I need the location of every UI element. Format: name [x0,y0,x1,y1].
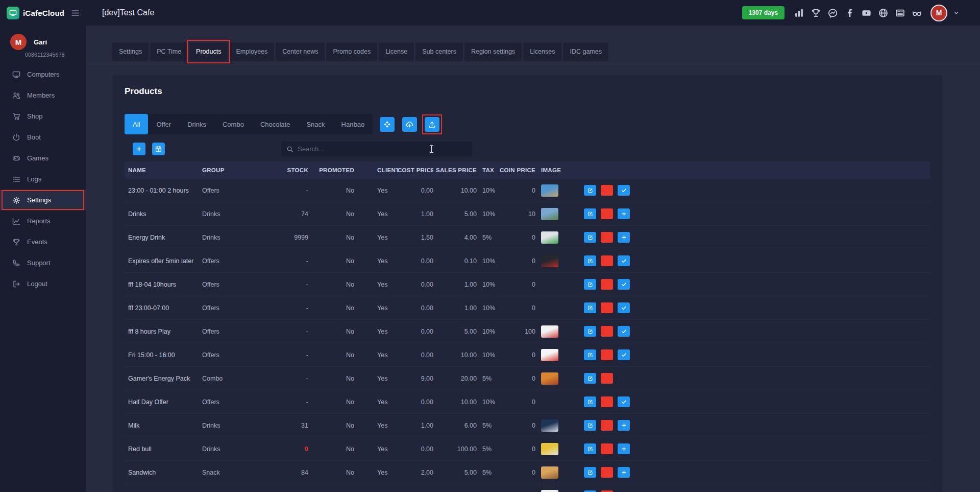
delete-button[interactable] [601,373,613,384]
menu-toggle-icon[interactable] [71,9,80,17]
tab-licenses[interactable]: Licenses [523,42,561,61]
column-header-image: IMAGE [535,167,584,173]
tab-pc-time[interactable]: PC Time [150,42,188,61]
news-icon[interactable] [894,7,905,18]
filter-tab-drinks[interactable]: Drinks [179,114,214,134]
tab-sub-centers[interactable]: Sub centers [415,42,463,61]
cell-sales-price: 5.00 [433,469,477,476]
filter-tab-chocolate[interactable]: Chocolate [252,114,299,134]
tab-settings[interactable]: Settings [112,42,149,61]
globe-icon[interactable] [877,7,889,18]
approve-button[interactable] [618,302,630,313]
edit-button[interactable] [584,208,596,219]
cell-promoted: No [308,352,354,359]
sidebar-item-logs[interactable]: Logs [0,169,86,190]
sidebar-item-logout[interactable]: Logout [0,273,86,294]
sidebar-item-events[interactable]: Events [0,231,86,252]
youtube-icon[interactable] [861,7,872,18]
search-icon [286,146,293,153]
upload-button[interactable] [425,117,439,132]
messenger-icon[interactable] [827,7,838,18]
sidebar-item-shop[interactable]: Shop [0,106,86,127]
add-stock-button[interactable] [618,467,630,478]
sidebar-item-label: Members [27,91,55,99]
edit-button[interactable] [584,255,596,266]
sidebar-item-support[interactable]: Support [0,252,86,273]
filter-tab-hanbao[interactable]: Hanbao [333,114,373,134]
glasses-icon[interactable] [911,7,922,18]
cell-client: Yes [354,234,398,241]
cell-image [535,443,584,455]
tab-license[interactable]: License [379,42,414,61]
user-avatar[interactable]: M [930,5,947,21]
sidebar-item-boot[interactable]: Boot [0,127,86,148]
delete-button[interactable] [601,443,613,454]
approve-button[interactable] [618,326,630,337]
filter-tab-snack[interactable]: Snack [298,114,333,134]
sidebar-item-games[interactable]: Games [0,148,86,169]
delete-button[interactable] [601,396,613,407]
sidebar: M Gari 0086112345678 ComputersMembersSho… [0,26,86,492]
delete-button[interactable] [601,255,613,266]
filter-tab-offer[interactable]: Offer [148,114,179,134]
sidebar-item-computers[interactable]: Computers [0,64,86,85]
edit-button[interactable] [584,396,596,407]
stats-icon[interactable] [793,7,804,18]
filter-tab-combo[interactable]: Combo [214,114,252,134]
delete-button[interactable] [601,279,613,290]
edit-button[interactable] [584,279,596,290]
cell-group: Drinks [199,234,275,241]
facebook-icon[interactable] [844,7,855,18]
cell-promoted: No [308,446,354,453]
tab-region-settings[interactable]: Region settings [464,42,522,61]
edit-button[interactable] [584,373,596,384]
edit-button[interactable] [584,185,596,196]
edit-button[interactable] [584,467,596,478]
add-stock-button[interactable] [618,232,630,243]
cell-group: Offers [199,328,275,335]
delete-button[interactable] [601,326,613,337]
cell-sales-price: 20.00 [433,375,477,382]
edit-button[interactable] [584,232,596,243]
approve-button[interactable] [618,279,630,290]
chevron-down-icon[interactable] [953,10,960,16]
add-stock-button[interactable] [618,420,630,431]
edit-button[interactable] [584,420,596,431]
tab-idc-games[interactable]: IDC games [563,42,608,61]
categories-button[interactable] [380,117,395,132]
sidebar-item-reports[interactable]: Reports [0,210,86,231]
edit-button[interactable] [584,349,596,360]
tab-employees[interactable]: Employees [229,42,274,61]
add-schedule-button[interactable] [152,143,165,155]
edit-button[interactable] [584,443,596,454]
trophy-icon[interactable] [810,7,821,18]
delete-button[interactable] [601,302,613,313]
add-product-button[interactable] [133,143,145,155]
delete-button[interactable] [601,208,613,219]
cell-image [535,372,584,385]
approve-button[interactable] [618,349,630,360]
cloud-download-button[interactable] [402,117,417,132]
delete-button[interactable] [601,420,613,431]
main-content: SettingsPC TimeProductsEmployeesCenter n… [86,26,980,492]
tab-center-news[interactable]: Center news [276,42,325,61]
tab-promo-codes[interactable]: Promo codes [326,42,377,61]
add-stock-button[interactable] [618,443,630,454]
approve-button[interactable] [618,185,630,196]
edit-button[interactable] [584,326,596,337]
sidebar-item-members[interactable]: Members [0,85,86,106]
license-days-badge[interactable]: 1307 days [742,6,785,19]
table-row: MilkDrinks31NoYes1.006.005%0 [125,414,930,437]
approve-button[interactable] [618,396,630,407]
tab-products[interactable]: Products [189,42,228,61]
delete-button[interactable] [601,467,613,478]
filter-tab-all[interactable]: All [125,114,148,134]
edit-button[interactable] [584,302,596,313]
sidebar-item-settings[interactable]: Settings [0,190,86,210]
delete-button[interactable] [601,185,613,196]
delete-button[interactable] [601,232,613,243]
search-input[interactable] [298,145,467,153]
delete-button[interactable] [601,349,613,360]
approve-button[interactable] [618,255,630,266]
add-stock-button[interactable] [618,208,630,219]
